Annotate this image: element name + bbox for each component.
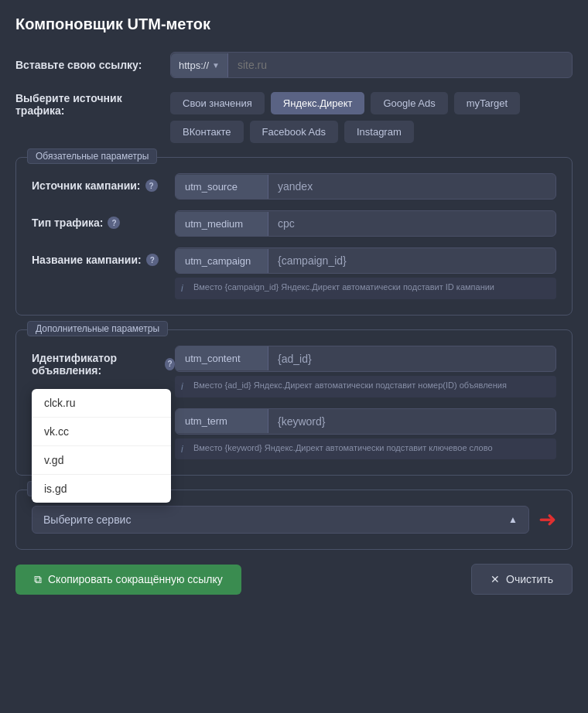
utm-medium-row: Тип трафика: ? utm_medium — [32, 210, 556, 237]
dropdown-item-clckru[interactable]: clck.ru — [32, 389, 171, 418]
utm-source-label: Источник кампании: ? — [32, 173, 175, 192]
utm-content-input-wrap: utm_content — [175, 346, 556, 372]
chevron-down-icon: ▼ — [212, 61, 220, 70]
utm-source-field: utm_source — [175, 173, 556, 200]
utm-content-hint: i Вместо {ad_id} Яндекс.Директ автоматич… — [175, 376, 556, 397]
shorten-section: Сокращённая ссылку clck.ru vk.cc v.gd is… — [15, 490, 573, 550]
source-buttons: Свои значения Яндекс.Директ Google Ads m… — [170, 92, 573, 143]
utm-medium-input-wrap: utm_medium — [175, 210, 556, 237]
url-input-wrap: https:// ▼ — [170, 52, 573, 78]
utm-campaign-row: Название кампании: ? utm_campaign i Вмес… — [32, 247, 556, 299]
source-label: Выберите источник трафика: — [15, 92, 170, 117]
copy-icon: ⧉ — [34, 573, 42, 586]
utm-content-input[interactable] — [268, 346, 556, 371]
source-btn-google[interactable]: Google Ads — [371, 92, 447, 114]
utm-content-label: Идентификатор объявления: ? — [32, 346, 175, 377]
utm-term-key: utm_term — [176, 409, 268, 433]
utm-source-key: utm_source — [176, 175, 268, 199]
utm-campaign-hint-text: Вместо {campaign_id} Яндекс.Директ автом… — [193, 281, 494, 293]
url-label: Вставьте свою ссылку: — [15, 59, 170, 71]
utm-medium-label: Тип трафика: ? — [32, 210, 175, 229]
dropdown-item-vgd[interactable]: v.gd — [32, 446, 171, 475]
clear-button[interactable]: ✕ Очистить — [471, 564, 573, 595]
url-input[interactable] — [228, 53, 572, 77]
optional-section-label: Дополнительные параметры — [27, 321, 168, 336]
utm-term-field: utm_term i Вместо {keyword} Яндекс.Дирек… — [175, 408, 556, 460]
protocol-text: https:// — [179, 60, 209, 71]
service-dropdown-wrap: clck.ru vk.cc v.gd is.gd Выберите сервис… — [32, 506, 529, 534]
chevron-up-icon: ▲ — [508, 514, 518, 525]
close-icon: ✕ — [491, 573, 500, 585]
utm-content-help-icon[interactable]: ? — [165, 358, 175, 370]
dropdown-menu: clck.ru vk.cc v.gd is.gd — [32, 389, 171, 503]
source-btn-yandex[interactable]: Яндекс.Директ — [271, 92, 365, 114]
utm-source-help-icon[interactable]: ? — [145, 179, 158, 192]
utm-content-key: utm_content — [176, 346, 268, 370]
hint-icon-content: i — [181, 380, 189, 394]
source-row: Выберите источник трафика: Свои значения… — [15, 92, 573, 143]
utm-term-hint-text: Вместо {keyword} Яндекс.Директ автоматич… — [193, 442, 493, 454]
copy-button-label: Скопировать сокращённую ссылку — [48, 573, 223, 585]
utm-campaign-label: Название кампании: ? — [32, 247, 175, 266]
required-section-label: Обязательные параметры — [27, 148, 157, 164]
utm-source-input[interactable] — [268, 174, 556, 199]
source-field: Свои значения Яндекс.Директ Google Ads m… — [170, 92, 573, 143]
utm-medium-input[interactable] — [268, 211, 556, 236]
source-btn-facebook[interactable]: Facebook Ads — [250, 121, 338, 143]
utm-term-hint: i Вместо {keyword} Яндекс.Директ автомат… — [175, 438, 556, 460]
page-title: Компоновщик UTM-меток — [15, 15, 573, 33]
dropdown-item-isgd[interactable]: is.gd — [32, 475, 171, 503]
dropdown-item-vkcc[interactable]: vk.cc — [32, 418, 171, 446]
utm-campaign-field: utm_campaign i Вместо {campaign_id} Янде… — [175, 247, 556, 299]
shorten-row: clck.ru vk.cc v.gd is.gd Выберите сервис… — [32, 506, 556, 534]
copy-button[interactable]: ⧉ Скопировать сокращённую ссылку — [15, 565, 241, 595]
utm-content-field: utm_content i Вместо {ad_id} Яндекс.Дире… — [175, 346, 556, 397]
utm-term-input[interactable] — [268, 409, 556, 434]
utm-medium-field: utm_medium — [175, 210, 556, 237]
clear-button-label: Очистить — [506, 573, 553, 585]
hint-icon: i — [181, 282, 189, 295]
arrow-indicator: ➜ — [538, 509, 556, 530]
url-field: https:// ▼ — [170, 52, 573, 78]
bottom-buttons: ⧉ Скопировать сокращённую ссылку ✕ Очист… — [15, 564, 573, 595]
source-btn-custom[interactable]: Свои значения — [170, 92, 265, 114]
utm-campaign-input[interactable] — [268, 248, 556, 273]
required-section: Обязательные параметры Источник кампании… — [15, 157, 573, 316]
utm-campaign-help-icon[interactable]: ? — [146, 254, 159, 266]
utm-campaign-input-wrap: utm_campaign — [175, 247, 556, 274]
utm-medium-help-icon[interactable]: ? — [108, 217, 120, 229]
utm-source-input-wrap: utm_source — [175, 173, 556, 200]
url-row: Вставьте свою ссылку: https:// ▼ — [15, 52, 573, 78]
dropdown-placeholder: Выберите сервис — [43, 513, 131, 526]
hint-icon-term: i — [181, 443, 189, 456]
utm-source-row: Источник кампании: ? utm_source — [32, 173, 556, 200]
source-btn-mytarget[interactable]: myTarget — [454, 92, 520, 114]
utm-content-hint-text: Вместо {ad_id} Яндекс.Директ автоматичес… — [193, 380, 507, 391]
utm-campaign-hint: i Вместо {campaign_id} Яндекс.Директ авт… — [175, 278, 556, 299]
utm-medium-key: utm_medium — [176, 212, 268, 236]
service-dropdown[interactable]: Выберите сервис ▲ — [32, 506, 529, 534]
source-btn-vk[interactable]: ВКонтакте — [170, 121, 244, 143]
source-btn-instagram[interactable]: Instagram — [344, 121, 414, 143]
utm-term-input-wrap: utm_term — [175, 408, 556, 435]
protocol-selector[interactable]: https:// ▼ — [171, 53, 228, 77]
utm-campaign-key: utm_campaign — [176, 249, 268, 273]
